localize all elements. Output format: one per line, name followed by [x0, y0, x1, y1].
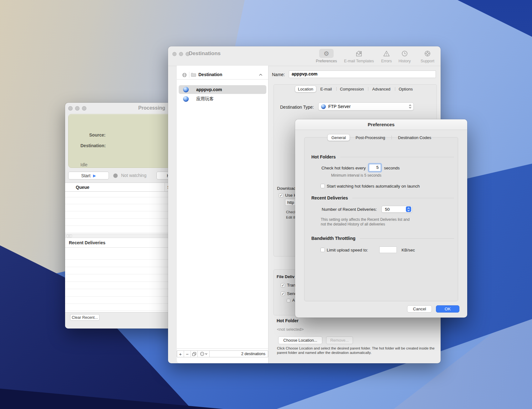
- dialog-tabs: General Post-Processing Destination Code…: [295, 134, 467, 141]
- use-http-checkbox[interactable]: [279, 193, 283, 198]
- send-checkbox[interactable]: [281, 292, 285, 296]
- folder-icon: [191, 73, 196, 77]
- add-destination-button[interactable]: +: [177, 351, 184, 357]
- destination-label: Destination:: [80, 143, 106, 148]
- recent-count-value: 50: [385, 207, 390, 212]
- download-section-label: Download: [277, 186, 296, 191]
- sidebar-header-label: Destination: [198, 72, 222, 77]
- sidebar-item-label: 应用玩客: [196, 96, 214, 102]
- a-checkbox[interactable]: [287, 299, 290, 303]
- limit-upload-checkbox[interactable]: [320, 248, 325, 252]
- tab-divider: [336, 87, 337, 91]
- recent-count-popup[interactable]: 50: [381, 206, 412, 213]
- chevron-down-icon: [205, 353, 207, 355]
- upload-speed-field[interactable]: [379, 246, 397, 253]
- sidebar-item-apppvp[interactable]: apppvp.com: [179, 85, 266, 94]
- globe-icon: [183, 96, 189, 102]
- destination-type-popup[interactable]: FTP Server: [318, 102, 414, 111]
- sidebar-item-label: apppvp.com: [196, 87, 222, 92]
- source-label: Source:: [89, 132, 105, 137]
- sidebar-item-yingyongwanke[interactable]: 应用玩客: [179, 95, 266, 103]
- recent-note-line1: This setting only affects the Recent Del…: [321, 217, 410, 222]
- hot-folder-value: <not selected>: [277, 327, 304, 332]
- destination-type-label: Destination Type:: [280, 105, 314, 110]
- destination-type-value: FTP Server: [328, 104, 350, 109]
- choose-location-button[interactable]: Choose Location...: [278, 336, 322, 344]
- duplicate-destination-button[interactable]: [191, 351, 198, 357]
- check-note: Check: [286, 210, 296, 214]
- envelope-pencil-icon: [352, 49, 366, 58]
- clear-recent-button[interactable]: Clear Recent...: [70, 314, 100, 321]
- tab-post-processing[interactable]: Post-Processing: [352, 134, 389, 141]
- seconds-label: seconds: [384, 166, 400, 170]
- transfer-checkbox[interactable]: [281, 283, 285, 287]
- limit-upload-label: Limit upload speed to:: [327, 248, 368, 252]
- tab-destination-codes[interactable]: Destination Codes: [394, 134, 435, 141]
- minimum-interval-note: Minimum interval is 5 seconds: [331, 173, 381, 178]
- sidebar-actions-bar: + − 2 destinations: [177, 350, 268, 357]
- interval-field[interactable]: 5: [369, 164, 381, 171]
- close-button[interactable]: [172, 52, 176, 56]
- recent-deliveries-section-header: Recent Deliveries: [311, 195, 454, 200]
- toolbar-preferences[interactable]: ⚙ Preferences: [309, 49, 344, 63]
- tab-divider: [368, 87, 368, 91]
- toolbar-support-label: Support: [421, 59, 434, 63]
- hot-folders-section-header: Hot Folders: [311, 154, 454, 159]
- bandwidth-section-header: Bandwidth Throttling: [311, 236, 454, 241]
- globe-icon: [321, 104, 326, 109]
- ok-button[interactable]: OK: [436, 305, 459, 313]
- life-buoy-icon: [420, 49, 435, 58]
- file-delivery-label: File Deliv: [277, 274, 294, 279]
- state-text: Idle: [80, 162, 88, 167]
- toolbar-preferences-label: Preferences: [316, 59, 337, 63]
- watch-status-dot: [113, 173, 118, 178]
- tab-divider: [391, 136, 392, 139]
- check-interval-label: Check hot folders every: [321, 166, 366, 170]
- tab-advanced[interactable]: Advanced: [372, 85, 391, 92]
- destination-count: 2 destinations: [210, 351, 268, 357]
- tab-email[interactable]: E-mail: [318, 85, 334, 92]
- globe-icon: [183, 87, 189, 92]
- more-actions-button[interactable]: [198, 351, 210, 357]
- tab-options[interactable]: Options: [399, 85, 412, 92]
- clock-icon: [397, 49, 412, 58]
- a-label: A: [292, 298, 295, 303]
- recent-note-line2: not the detailed History of all deliveri…: [321, 222, 385, 226]
- name-field[interactable]: apppvp.com: [289, 70, 436, 78]
- remove-button[interactable]: Remove...: [326, 336, 353, 344]
- plus-icon: +: [179, 351, 182, 357]
- kbsec-label: KB/sec: [402, 248, 415, 252]
- cancel-button[interactable]: Cancel: [407, 305, 432, 313]
- column-divider: [165, 183, 165, 191]
- popup-stepper-icon: [406, 206, 411, 212]
- window-controls: [172, 52, 190, 56]
- tab-general[interactable]: General: [327, 134, 350, 141]
- tab-location[interactable]: Location: [295, 85, 316, 92]
- watch-on-launch-label: Start watching hot folders automatically…: [327, 184, 420, 189]
- remove-destination-button[interactable]: −: [184, 351, 191, 357]
- name-label: Name:: [272, 72, 285, 77]
- header-divider: [189, 72, 189, 78]
- start-button-label: Start: [81, 173, 91, 178]
- sidebar-header[interactable]: Destination: [177, 70, 268, 80]
- recent-deliveries-label: Recent Deliveries: [69, 240, 105, 245]
- tab-compression[interactable]: Compression: [339, 85, 365, 92]
- destinations-sidebar: Destination apppvp.com 应用玩客 + −: [177, 66, 269, 363]
- toolbar-history-label: History: [399, 59, 411, 63]
- toolbar-support[interactable]: Support: [410, 49, 445, 63]
- tab-divider: [395, 87, 395, 91]
- clear-recent-label: Clear Recent...: [72, 315, 98, 320]
- start-button[interactable]: Start ▶: [68, 172, 109, 179]
- chevron-up-icon[interactable]: [259, 74, 263, 76]
- edit-note: Edit th: [286, 215, 296, 219]
- minus-icon: −: [186, 351, 189, 357]
- dialog-title: Preferences: [295, 122, 467, 127]
- hot-folder-description: Click Choose Location and select the des…: [277, 346, 437, 355]
- watch-status-label: Not watching: [121, 173, 146, 178]
- watch-on-launch-checkbox[interactable]: [320, 184, 325, 188]
- play-icon: ▶: [93, 173, 96, 178]
- gear-icon: ⚙: [319, 49, 334, 58]
- minimize-button[interactable]: [179, 52, 183, 56]
- splitter-grip-icon[interactable]: [66, 235, 72, 237]
- dialog-titlebar: Preferences: [295, 119, 467, 130]
